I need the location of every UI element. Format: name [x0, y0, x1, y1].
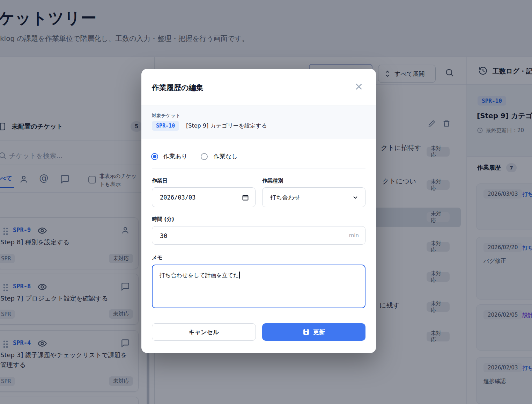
- memo-label: メモ: [152, 254, 163, 261]
- target-ticket-label: 対象チケット: [152, 113, 180, 119]
- chevron-down-icon: [352, 194, 359, 201]
- modal-title: 作業履歴の編集: [152, 83, 204, 93]
- radio-work-no[interactable]: [201, 153, 208, 160]
- ticket-id-badge: SPR-10: [152, 121, 179, 131]
- memo-value: 打ち合わせをして計画を立てた: [160, 272, 240, 279]
- work-type-value: 打ち合わせ: [270, 193, 300, 201]
- calendar-icon[interactable]: [242, 194, 249, 201]
- minutes-value: 30: [160, 232, 168, 239]
- screen: ケットツリー klog の課題を作業単位で階層化し、工数の入力・整理・把握を行う…: [0, 0, 532, 404]
- minutes-input[interactable]: 30 min: [152, 226, 365, 245]
- save-icon: [303, 329, 310, 336]
- memo-textarea[interactable]: 打ち合わせをして計画を立てた: [152, 265, 365, 308]
- close-icon[interactable]: [354, 81, 364, 92]
- work-type-label: 作業種別: [262, 178, 283, 184]
- target-ticket-section: 対象チケット SPR-10 [Step 9] カテゴリーを設定する: [141, 106, 376, 139]
- radio-work-no-label: 作業なし: [214, 152, 238, 160]
- edit-worklog-modal: 作業履歴の編集 対象チケット SPR-10 [Step 9] カテゴリーを設定す…: [141, 69, 376, 353]
- minutes-label: 時間 (分): [152, 216, 174, 223]
- cancel-label: キャンセル: [189, 328, 219, 336]
- radio-work-yes[interactable]: [151, 153, 158, 160]
- work-date-value: 2026/03/03: [160, 194, 195, 201]
- update-button[interactable]: 更新: [262, 323, 365, 341]
- work-date-input[interactable]: 2026/03/03: [152, 187, 256, 207]
- cancel-button[interactable]: キャンセル: [152, 323, 256, 341]
- text-cursor: [239, 272, 240, 279]
- target-ticket-title: [Step 9] カテゴリーを設定する: [186, 122, 267, 130]
- divider: [152, 168, 365, 168]
- work-date-label: 作業日: [152, 178, 168, 184]
- minutes-unit: min: [349, 232, 359, 239]
- radio-work-yes-label: 作業あり: [163, 152, 187, 160]
- work-type-select[interactable]: 打ち合わせ: [262, 187, 365, 207]
- update-label: 更新: [313, 328, 325, 336]
